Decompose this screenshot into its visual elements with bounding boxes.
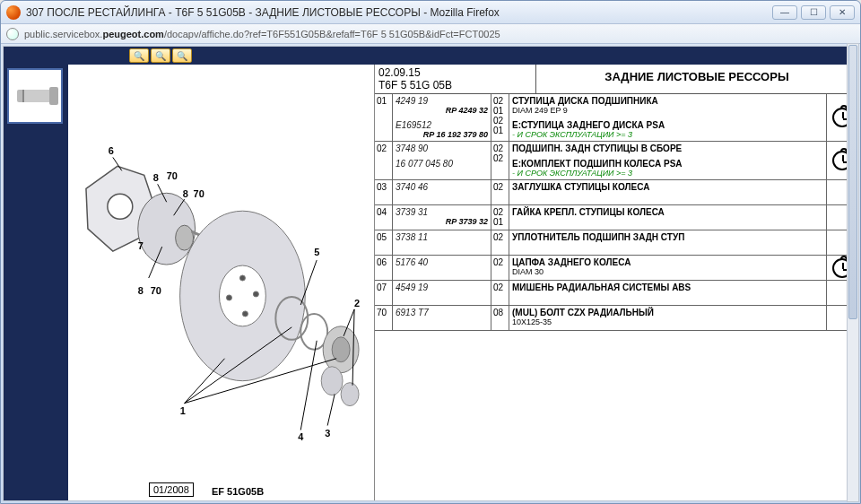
- part-row[interactable]: 065176 4002ЦАПФА ЗАДНЕГО КОЛЕСАDIAM 30: [375, 256, 857, 281]
- part-number: 03: [375, 180, 393, 204]
- svg-text:70: 70: [194, 188, 204, 199]
- part-codes: 3740 46: [393, 180, 491, 204]
- svg-text:7: 7: [138, 240, 144, 251]
- svg-text:2: 2: [354, 298, 360, 308]
- diagram-code: EF 51G05B: [212, 486, 264, 497]
- svg-text:8: 8: [138, 285, 144, 296]
- svg-text:8: 8: [153, 172, 159, 183]
- svg-line-27: [300, 341, 317, 430]
- part-qty: 0202: [491, 142, 509, 179]
- zoom-in-button[interactable]: 🔍: [129, 48, 149, 63]
- svg-line-20: [185, 359, 225, 404]
- svg-point-2: [176, 225, 194, 250]
- part-desc: ЗАГЛУШКА СТУПИЦЫ КОЛЕСА: [509, 180, 827, 204]
- parts-table: 014249 19RP 4249 32E169512RP 16 192 379 …: [375, 94, 857, 500]
- part-number: 02: [375, 142, 393, 179]
- svg-point-9: [226, 295, 231, 300]
- part-row[interactable]: 706913 T708(MUL) БОЛТ CZX РАДИАЛЬНЫЙ10X1…: [375, 306, 857, 331]
- part-codes: 3748 9016 077 045 80: [393, 142, 491, 179]
- parts-header: 02.09.15 T6F 5 51G 05B ЗАДНИЕ ЛИСТОВЫЕ Р…: [375, 65, 857, 94]
- svg-text:6: 6: [109, 145, 114, 156]
- window-title: 307 ПОСЛЕ РЕСТАЙЛИНГА - T6F 5 51G05B - З…: [26, 6, 772, 19]
- part-qty: 08: [491, 306, 509, 330]
- svg-line-26: [327, 395, 335, 426]
- part-codes: 6913 T7: [393, 306, 491, 330]
- part-desc: СТУПИЦА ДИСКА ПОДШИПНИКАDIAM 249 EP 9E:С…: [509, 94, 827, 141]
- part-qty: 02: [491, 180, 509, 204]
- part-codes: 3739 31RP 3739 32: [393, 205, 491, 230]
- part-number: 05: [375, 230, 393, 255]
- svg-text:4: 4: [298, 431, 304, 442]
- thumbnail-column: [4, 65, 68, 500]
- titlebar: 307 ПОСЛЕ РЕСТАЙЛИНГА - T6F 5 51G05B - З…: [1, 1, 860, 24]
- part-desc: ГАЙКА КРЕПЛ. СТУПИЦЫ КОЛЕСА: [509, 205, 827, 230]
- svg-text:8: 8: [183, 188, 188, 199]
- svg-point-13: [332, 337, 350, 362]
- address-bar[interactable]: public.servicebox. peugeot.com /docapv/a…: [1, 24, 860, 44]
- svg-text:1: 1: [180, 405, 186, 416]
- diagram-panel[interactable]: 6 8 70 8 70 7 8 70 5 2 1 3 4 01/2008 EF …: [68, 65, 375, 500]
- part-number: 01: [375, 94, 393, 141]
- part-row[interactable]: 023748 9016 077 045 800202ПОДШИПН. ЗАДН …: [375, 142, 857, 180]
- svg-text:70: 70: [151, 285, 161, 296]
- svg-point-0: [108, 194, 133, 219]
- vertical-scrollbar[interactable]: [847, 43, 859, 502]
- svg-point-8: [242, 311, 248, 317]
- minimize-button[interactable]: —: [772, 5, 797, 20]
- scrollbar-thumb[interactable]: [848, 45, 857, 319]
- svg-text:70: 70: [167, 170, 178, 181]
- firefox-icon: [6, 5, 21, 20]
- part-number: 04: [375, 205, 393, 230]
- zoom-fit-button[interactable]: 🔍: [172, 48, 192, 63]
- part-codes: 3738 11: [393, 230, 491, 255]
- part-row[interactable]: 014249 19RP 4249 32E169512RP 16 192 379 …: [375, 94, 857, 142]
- part-codes: 4549 19: [393, 281, 491, 305]
- part-number: 07: [375, 281, 393, 305]
- svg-text:5: 5: [314, 247, 319, 257]
- part-row[interactable]: 053738 1102УПЛОТНИТЕЛЬ ПОДШИПН ЗАДН СТУП: [375, 230, 857, 256]
- header-code: T6F 5 51G 05B: [378, 79, 532, 91]
- part-row[interactable]: 074549 1902МИШЕНЬ РАДИАЛЬНАЯ СИСТЕМЫ ABS: [375, 281, 857, 306]
- svg-point-5: [220, 265, 266, 326]
- maximize-button[interactable]: ☐: [801, 5, 826, 20]
- part-desc: ПОДШИПН. ЗАДН СТУПИЦЫ В СБОРЕE:КОМПЛЕКТ …: [509, 142, 827, 179]
- part-row[interactable]: 033740 4602ЗАГЛУШКА СТУПИЦЫ КОЛЕСА: [375, 180, 857, 205]
- zoom-out-button[interactable]: 🔍: [151, 48, 170, 63]
- part-row[interactable]: 043739 31RP 3739 320201ГАЙКА КРЕПЛ. СТУП…: [375, 205, 857, 230]
- header-title: ЗАДНИЕ ЛИСТОВЫЕ РЕССОРЫ: [536, 65, 857, 93]
- part-desc: МИШЕНЬ РАДИАЛЬНАЯ СИСТЕМЫ ABS: [509, 281, 827, 305]
- part-desc: ЦАПФА ЗАДНЕГО КОЛЕСАDIAM 30: [509, 256, 827, 280]
- svg-point-7: [253, 291, 258, 297]
- part-qty: 02: [491, 281, 509, 305]
- part-qty: 02: [491, 230, 509, 255]
- url-host: peugeot.com: [102, 29, 163, 39]
- part-number: 70: [375, 306, 393, 330]
- part-qty: 02: [491, 256, 509, 280]
- url-path: /docapv/affiche.do?ref=T6F551G05B&refaff…: [164, 29, 500, 39]
- part-number: 06: [375, 256, 393, 280]
- part-qty: 02010201: [491, 94, 509, 141]
- svg-text:3: 3: [325, 428, 330, 439]
- part-qty: 0201: [491, 205, 509, 230]
- svg-point-14: [321, 367, 343, 395]
- header-date: 02.09.15: [378, 66, 532, 79]
- url-prefix: public.servicebox.: [24, 29, 102, 39]
- close-button[interactable]: ✕: [830, 5, 855, 20]
- svg-point-15: [341, 383, 359, 406]
- globe-icon: [6, 28, 19, 40]
- svg-point-6: [239, 275, 245, 281]
- thumbnail-1[interactable]: [7, 68, 63, 124]
- part-codes: 4249 19RP 4249 32E169512RP 16 192 379 80: [393, 94, 491, 141]
- diagram-date: 01/2008: [149, 482, 194, 497]
- bolt-icon: [17, 90, 53, 102]
- part-desc: УПЛОТНИТЕЛЬ ПОДШИПН ЗАДН СТУП: [509, 230, 827, 255]
- part-codes: 5176 40: [393, 256, 491, 280]
- diagram-toolbar: 🔍 🔍 🔍: [4, 47, 857, 65]
- part-desc: (MUL) БОЛТ CZX РАДИАЛЬНЫЙ10X125-35: [509, 306, 827, 330]
